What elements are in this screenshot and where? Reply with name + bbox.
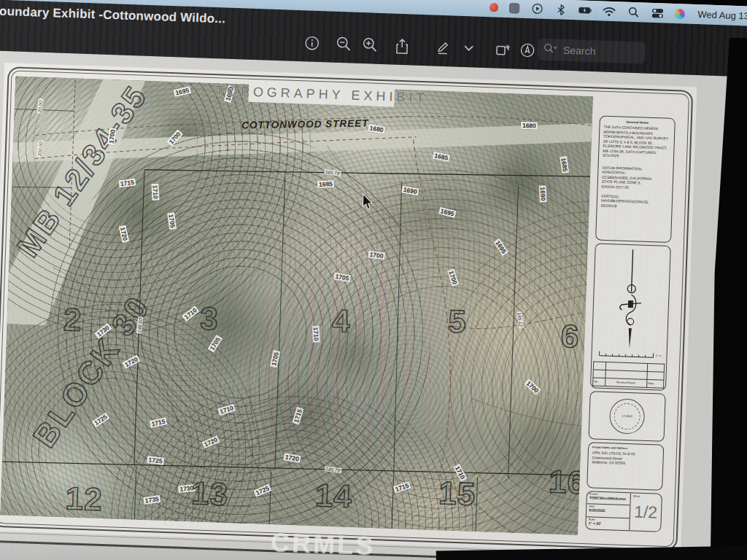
rotate-icon — [494, 41, 511, 58]
lot-number: 14 — [314, 477, 353, 515]
markup-button[interactable] — [430, 34, 457, 61]
search-field[interactable] — [538, 38, 646, 63]
share-icon — [395, 37, 410, 55]
scale-note: 1" = 20' — [655, 354, 662, 357]
lot-numbers: 234561213141516 — [0, 77, 593, 535]
wifi-icon[interactable] — [603, 4, 616, 18]
datum-info-text: DATUM INFORMATION: HORIZONTAL: CCS83(NAD… — [601, 165, 670, 210]
share-button[interactable] — [389, 32, 416, 59]
annotate-compass-icon — [519, 42, 536, 59]
control-center-icon[interactable] — [651, 6, 665, 20]
markup-options-button[interactable] — [458, 35, 478, 62]
battery-icon[interactable] — [578, 4, 592, 18]
info-icon — [303, 35, 320, 51]
sheet-label: Sheet — [633, 494, 640, 497]
lot-number: 6 — [560, 318, 580, 355]
rotate-button[interactable] — [489, 36, 516, 63]
zoom-in-icon — [362, 36, 379, 53]
markup-pencil-icon — [435, 39, 452, 56]
scale-value: 1" = 20' — [588, 521, 627, 526]
lot-number: 16 — [548, 463, 587, 501]
spotlight-search-icon[interactable] — [627, 5, 640, 19]
menu-bar-clock[interactable]: Wed Aug 13 — [697, 9, 747, 21]
lot-number: 3 — [199, 300, 219, 338]
title-block: General Notes THE DATA CONTAINED HEREIN … — [585, 115, 676, 532]
revision-col-issue: Revision/Issue — [605, 378, 647, 387]
play-circle-icon[interactable] — [530, 2, 544, 16]
mac-screen: Wed Aug 13 phic & Boundary Exhibit -Cott… — [0, 0, 747, 560]
crmls-watermark: CRMLS — [271, 527, 376, 560]
project-address-box: Project Name and Address APN: 631-103-03… — [587, 442, 664, 490]
project-value: TOBCWoodWildomar — [589, 495, 628, 501]
lot-number: 12 — [65, 480, 104, 518]
lot-number: 2 — [63, 301, 82, 338]
search-icon — [543, 43, 559, 57]
surveyor-seal-box: LS 8645 — [589, 391, 666, 442]
recording-dot-icon[interactable] — [489, 3, 498, 12]
scale-bar: 1" = 20' — [596, 349, 662, 361]
pdf-content-area[interactable]: MB 12/34-35 BLOCK 30 COTTONWOOD STREET 1… — [0, 50, 747, 560]
date-value: 3/26/2025 — [589, 508, 627, 514]
sheet-number: 1/2 — [634, 502, 658, 522]
revision-col-date: Date — [646, 379, 664, 388]
mouse-cursor — [362, 193, 374, 214]
search-input[interactable] — [562, 44, 640, 60]
revision-col-no: No. — [593, 377, 606, 386]
sheet-info-left: Project TOBCWoodWildomar Date 3/26/2025 … — [586, 491, 631, 530]
sheet-number-cell: Sheet 1/2 — [630, 493, 662, 531]
general-notes-box: General Notes THE DATA CONTAINED HEREIN … — [595, 115, 676, 242]
chevron-down-icon — [463, 44, 473, 51]
zoom-in-button[interactable] — [357, 31, 384, 58]
zoom-out-icon — [336, 36, 352, 52]
lot-number: 5 — [447, 303, 467, 340]
revision-table: No. Revision/Issue Date — [592, 361, 665, 388]
surveyor-seal: LS 8645 — [609, 398, 646, 435]
lot-number: 4 — [331, 303, 351, 340]
plan-sheet: MB 12/34-35 BLOCK 30 COTTONWOOD STREET 1… — [0, 63, 697, 555]
map-canvas: MB 12/34-35 BLOCK 30 COTTONWOOD STREET 1… — [0, 77, 593, 535]
app-status-icon[interactable] — [509, 3, 519, 13]
window-title: phic & Boundary Exhibit -Cottonwood Wild… — [0, 2, 225, 26]
north-arrow-box: 1" = 20' No. Revision/Issue Date — [590, 243, 671, 391]
photo-of-screen: Wed Aug 13 phic & Boundary Exhibit -Cott… — [0, 0, 747, 560]
zoom-out-button[interactable] — [330, 31, 357, 58]
general-notes-text: THE DATA CONTAINED HEREIN REPRESENTS A B… — [603, 125, 671, 160]
lot-number: 15 — [438, 475, 476, 513]
north-arrow — [614, 246, 649, 350]
sheet-info-box: Project TOBCWoodWildomar Date 3/26/2025 … — [585, 491, 662, 532]
bluetooth-icon[interactable] — [554, 3, 568, 17]
siri-icon[interactable] — [675, 9, 685, 19]
lot-number: 13 — [190, 475, 229, 513]
seal-license-number: LS 8645 — [622, 414, 632, 419]
info-button[interactable] — [298, 29, 325, 56]
